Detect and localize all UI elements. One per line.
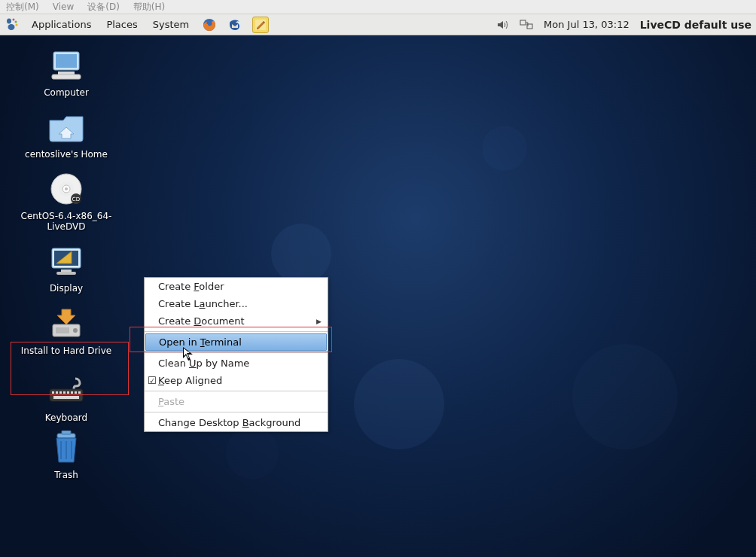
host-menu-item[interactable]: 控制(M): [6, 1, 39, 14]
svg-rect-8: [520, 20, 526, 25]
icon-label: Keyboard: [43, 412, 90, 424]
check-icon: ☑: [148, 375, 158, 386]
clock[interactable]: Mon Jul 13, 03:12: [544, 19, 629, 30]
svg-rect-34: [75, 391, 77, 394]
svg-rect-13: [52, 75, 81, 79]
menu-separator: [145, 412, 328, 412]
menu-separator: [145, 352, 328, 353]
menu-separator: [145, 331, 328, 332]
svg-rect-11: [56, 54, 77, 68]
desktop-icon-home[interactable]: centoslive's Home: [6, 109, 127, 160]
host-menu-item[interactable]: 帮助(H): [133, 1, 165, 14]
svg-rect-36: [53, 396, 79, 399]
disc-icon: CD: [48, 171, 84, 207]
svg-rect-27: [50, 389, 83, 401]
svg-rect-22: [61, 269, 72, 272]
svg-point-17: [65, 187, 68, 190]
menuitem-paste: Paste: [145, 393, 328, 410]
menuitem-create-launcher[interactable]: Create Launcher...: [145, 295, 328, 312]
home-folder-icon: [48, 109, 84, 145]
svg-rect-28: [52, 391, 54, 394]
menuitem-clean-up[interactable]: Clean Up by Name: [145, 355, 328, 372]
svg-rect-33: [71, 391, 73, 394]
user-menu[interactable]: LiveCD default use: [640, 19, 751, 31]
display-icon: [48, 243, 84, 279]
gnome-foot-icon[interactable]: [5, 17, 20, 32]
svg-point-0: [7, 18, 11, 23]
desktop-icon-trash[interactable]: Trash: [6, 430, 127, 481]
svg-rect-23: [56, 272, 76, 275]
menu-places[interactable]: Places: [103, 17, 140, 32]
harddrive-install-icon: [48, 306, 84, 342]
svg-point-3: [16, 23, 18, 26]
menu-separator: [145, 391, 328, 391]
host-menubar: 控制(M) View 设备(D) 帮助(H): [0, 0, 756, 14]
menuitem-keep-aligned[interactable]: ☑ Keep Aligned: [145, 372, 328, 389]
host-menu-item[interactable]: View: [53, 2, 74, 12]
desktop-icon-computer[interactable]: Computer: [6, 47, 127, 99]
desktop-context-menu: Create Folder Create Launcher... Create …: [144, 277, 328, 432]
svg-point-2: [15, 20, 17, 23]
gnome-panel: Applications Places System Mon Jul 13, 0…: [0, 14, 756, 35]
host-menu-item[interactable]: 设备(D): [87, 1, 120, 14]
menuitem-change-background[interactable]: Change Desktop Background: [145, 414, 328, 431]
menuitem-create-folder[interactable]: Create Folder: [145, 278, 328, 295]
icon-label: Trash: [52, 469, 81, 481]
icon-label: Install to Hard Drive: [19, 345, 114, 357]
desktop-icon-install[interactable]: Install to Hard Drive: [6, 306, 127, 357]
notes-icon[interactable]: [252, 17, 269, 33]
network-icon[interactable]: [520, 18, 533, 32]
svg-text:CD: CD: [72, 196, 80, 202]
svg-rect-35: [78, 391, 81, 394]
svg-rect-31: [63, 391, 66, 394]
svg-rect-12: [58, 72, 75, 75]
menu-system[interactable]: System: [150, 17, 192, 32]
desktop-icon-keyboard[interactable]: Keyboard: [6, 373, 127, 424]
menuitem-open-terminal[interactable]: Open in Terminal: [145, 333, 327, 351]
menu-applications[interactable]: Applications: [29, 17, 94, 32]
svg-rect-38: [62, 431, 71, 434]
desktop-icon-livedvd[interactable]: CD CentOS-6.4-x86_64-LiveDVD: [6, 171, 127, 233]
icon-label: CentOS-6.4-x86_64-LiveDVD: [6, 210, 127, 233]
icon-label: Display: [47, 282, 85, 294]
svg-rect-25: [56, 327, 69, 333]
desktop-icon-display[interactable]: Display: [6, 243, 127, 294]
trash-icon: [48, 430, 84, 466]
thunderbird-icon[interactable]: [227, 17, 243, 33]
firefox-icon[interactable]: [201, 17, 218, 33]
keyboard-icon: [48, 373, 84, 409]
svg-rect-30: [59, 391, 62, 394]
svg-point-1: [13, 18, 15, 20]
svg-rect-32: [67, 391, 69, 394]
icon-label: centoslive's Home: [23, 148, 110, 160]
menuitem-create-document[interactable]: Create Document: [145, 312, 328, 330]
volume-icon[interactable]: [495, 18, 509, 32]
computer-icon: [48, 47, 84, 84]
svg-point-4: [8, 24, 15, 30]
desktop[interactable]: Computer centoslive's Home CD CentOS-6.4…: [0, 35, 756, 557]
svg-point-26: [73, 328, 78, 333]
svg-rect-29: [56, 391, 58, 394]
icon-label: Computer: [41, 87, 91, 99]
